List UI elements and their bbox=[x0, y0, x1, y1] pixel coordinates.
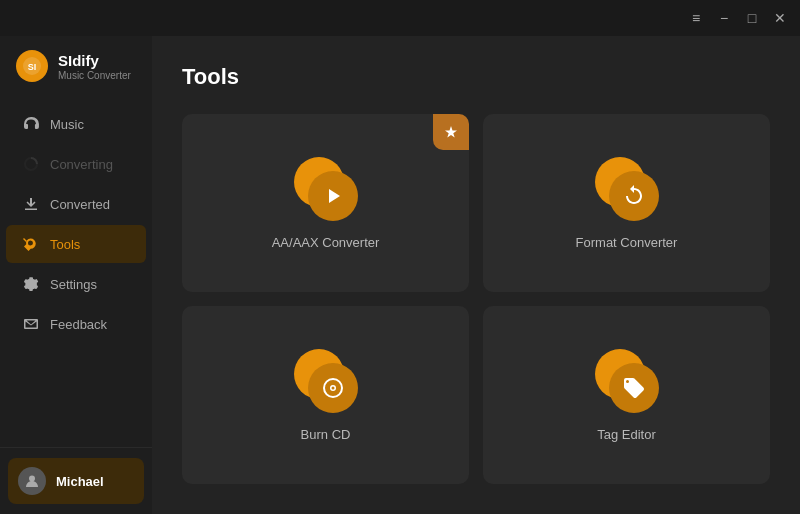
app-title: SIdify bbox=[58, 52, 131, 70]
titlebar: ≡ − □ ✕ bbox=[0, 0, 800, 36]
tools-grid: AA/AAX Converter Format Converter bbox=[182, 114, 770, 484]
svg-text:SI: SI bbox=[28, 62, 37, 72]
page-title: Tools bbox=[182, 64, 770, 90]
sidebar-item-tools[interactable]: Tools bbox=[6, 225, 146, 263]
tool-card-aa-aax[interactable]: AA/AAX Converter bbox=[182, 114, 469, 292]
tool-card-burn-cd[interactable]: Burn CD bbox=[182, 306, 469, 484]
sidebar-item-music[interactable]: Music bbox=[6, 105, 146, 143]
app-body: SI SIdify Music Converter Music bbox=[0, 36, 800, 514]
tool-label-cd: Burn CD bbox=[301, 427, 351, 442]
converting-label: Converting bbox=[50, 157, 113, 172]
envelope-icon bbox=[22, 315, 40, 333]
new-badge bbox=[433, 114, 469, 150]
app-subtitle: Music Converter bbox=[58, 70, 131, 81]
tools-label: Tools bbox=[50, 237, 80, 252]
menu-button[interactable]: ≡ bbox=[688, 10, 704, 26]
gear-icon bbox=[22, 275, 40, 293]
sidebar-item-converted[interactable]: Converted bbox=[6, 185, 146, 223]
tool-label-aa-aax: AA/AAX Converter bbox=[272, 235, 380, 250]
music-label: Music bbox=[50, 117, 84, 132]
tool-icon-aa-aax bbox=[294, 157, 358, 221]
tool-icon-cd bbox=[294, 349, 358, 413]
close-button[interactable]: ✕ bbox=[772, 10, 788, 26]
spinner-icon bbox=[22, 155, 40, 173]
tool-card-tag-editor[interactable]: Tag Editor bbox=[483, 306, 770, 484]
logo-icon: SI bbox=[16, 50, 48, 82]
tool-icon-tag bbox=[595, 349, 659, 413]
tool-icon-format bbox=[595, 157, 659, 221]
app-logo: SI SIdify Music Converter bbox=[0, 36, 152, 100]
sidebar-item-settings[interactable]: Settings bbox=[6, 265, 146, 303]
headphones-icon bbox=[22, 115, 40, 133]
settings-label: Settings bbox=[50, 277, 97, 292]
tool-label-format: Format Converter bbox=[576, 235, 678, 250]
tool-label-tag: Tag Editor bbox=[597, 427, 656, 442]
sidebar-footer: Michael bbox=[0, 447, 152, 514]
svg-point-2 bbox=[29, 476, 35, 482]
tool-card-format-converter[interactable]: Format Converter bbox=[483, 114, 770, 292]
tools-icon bbox=[22, 235, 40, 253]
minimize-button[interactable]: − bbox=[716, 10, 732, 26]
converted-label: Converted bbox=[50, 197, 110, 212]
main-content: Tools AA/AAX Converter bbox=[152, 36, 800, 514]
download-icon bbox=[22, 195, 40, 213]
sidebar: SI SIdify Music Converter Music bbox=[0, 36, 152, 514]
sidebar-item-feedback[interactable]: Feedback bbox=[6, 305, 146, 343]
user-profile[interactable]: Michael bbox=[8, 458, 144, 504]
user-name: Michael bbox=[56, 474, 104, 489]
window-controls: ≡ − □ ✕ bbox=[688, 10, 788, 26]
user-avatar bbox=[18, 467, 46, 495]
sidebar-nav: Music Converting Converted bbox=[0, 100, 152, 447]
feedback-label: Feedback bbox=[50, 317, 107, 332]
sidebar-item-converting: Converting bbox=[6, 145, 146, 183]
maximize-button[interactable]: □ bbox=[744, 10, 760, 26]
svg-point-5 bbox=[331, 386, 334, 389]
